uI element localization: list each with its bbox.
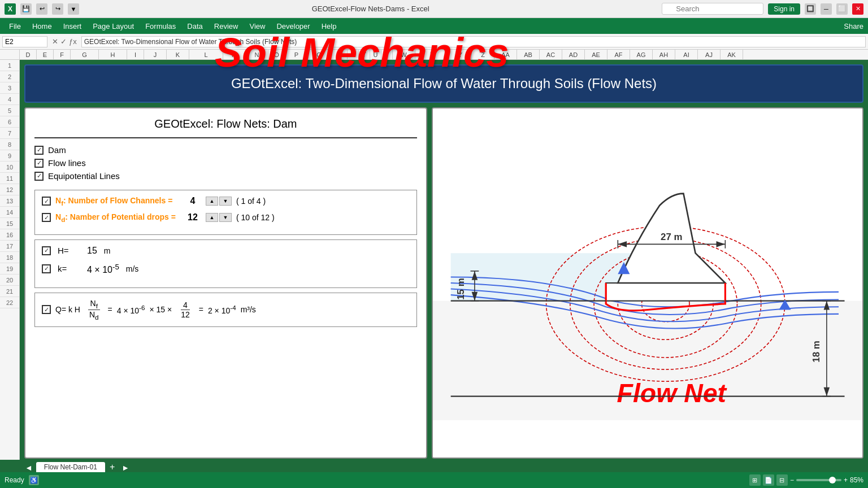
row-9: 9 [0, 150, 19, 162]
nf-up-button[interactable]: ▲ [206, 197, 218, 206]
col-f[interactable]: F [54, 50, 71, 59]
accessibility-icon[interactable]: ♿ [29, 475, 39, 485]
col-x[interactable]: X [415, 50, 449, 59]
checkbox-nd[interactable] [42, 213, 51, 222]
col-d[interactable]: D [20, 50, 37, 59]
col-ab[interactable]: AB [517, 50, 540, 59]
nd-up-button[interactable]: ▲ [206, 213, 218, 222]
col-o[interactable]: O [268, 50, 285, 59]
nd-down-button[interactable]: ▼ [219, 213, 232, 222]
checkbox-nf[interactable] [42, 197, 51, 206]
menu-formulas[interactable]: Formulas [141, 21, 180, 32]
insert-function-icon[interactable]: ƒx [69, 37, 77, 46]
menu-insert[interactable]: Insert [59, 21, 86, 32]
cell-reference[interactable]: E2 [2, 36, 47, 47]
menu-review[interactable]: Review [210, 21, 243, 32]
col-h[interactable]: H [99, 50, 127, 59]
checkbox-flow-lines[interactable] [34, 159, 44, 168]
col-l[interactable]: L [189, 50, 223, 59]
col-j[interactable]: J [144, 50, 167, 59]
normal-view-button[interactable]: ⊞ [749, 474, 761, 486]
checkbox-equipotential[interactable] [34, 172, 44, 181]
menu-developer[interactable]: Developer [272, 21, 314, 32]
menu-file[interactable]: File [5, 21, 25, 32]
col-q[interactable]: Q [308, 50, 331, 59]
tab-scroll-right[interactable]: ► [119, 463, 132, 472]
nf-controls: ▲ ▼ [206, 197, 232, 206]
col-ai[interactable]: AI [675, 50, 698, 59]
val-frac-den: 12 [179, 310, 192, 319]
col-aa[interactable]: AA [494, 50, 517, 59]
col-w[interactable]: W [393, 50, 415, 59]
col-k[interactable]: K [167, 50, 189, 59]
col-ad[interactable]: AD [562, 50, 585, 59]
formula-section: Q= k H Nf Nd = 4 × 10-6 × 15 × 4 12 = [34, 293, 417, 327]
k-row: k= 4 × 10-5 m/s [42, 263, 410, 275]
col-ak[interactable]: AK [721, 50, 743, 59]
page-break-view-button[interactable]: ⊟ [776, 474, 788, 486]
restore-icon[interactable]: ⬜ [836, 3, 848, 15]
row-15: 15 [0, 218, 19, 229]
col-m[interactable]: M [223, 50, 246, 59]
col-ae[interactable]: AE [585, 50, 607, 59]
customize-icon[interactable]: ▼ [68, 3, 79, 15]
menu-help[interactable]: Help [317, 21, 341, 32]
confirm-formula-icon[interactable]: ✓ [60, 37, 67, 46]
col-t[interactable]: T [359, 50, 370, 59]
ribbon-toggle-icon[interactable]: 🔲 [805, 3, 816, 15]
cancel-formula-icon[interactable]: ✕ [52, 37, 58, 46]
col-ag[interactable]: AG [630, 50, 653, 59]
col-y[interactable]: Y [449, 50, 472, 59]
zoom-level[interactable]: 85% [850, 476, 863, 484]
close-icon[interactable]: ✕ [852, 3, 863, 15]
col-aj[interactable]: AJ [698, 50, 721, 59]
col-u[interactable]: U [370, 50, 381, 59]
undo-icon[interactable]: ↩ [36, 3, 47, 15]
menu-home[interactable]: Home [28, 21, 57, 32]
row-7: 7 [0, 128, 19, 139]
nf-down-button[interactable]: ▼ [219, 197, 232, 206]
minimize-icon[interactable]: ─ [821, 3, 832, 15]
col-n[interactable]: N [246, 50, 268, 59]
zoom-thumb [829, 477, 836, 483]
checkbox-h[interactable] [42, 246, 51, 255]
val-frac-num: 4 [181, 300, 190, 310]
header-banner: GEOtExcel: Two-Dimensional Flow of Water… [24, 64, 863, 103]
tab-add-button[interactable]: + [106, 462, 118, 472]
search-input[interactable] [662, 3, 763, 15]
redo-icon[interactable]: ↪ [52, 3, 63, 15]
q-equals-2: = [199, 305, 203, 314]
col-p[interactable]: P [285, 50, 308, 59]
col-e[interactable]: E [37, 50, 54, 59]
nd-range: ( 10 of 12 ) [236, 213, 275, 222]
share-button[interactable]: Share [844, 22, 863, 30]
save-icon[interactable]: 💾 [20, 3, 32, 15]
tab-scroll-left[interactable]: ◄ [23, 463, 35, 472]
col-af[interactable]: AF [607, 50, 630, 59]
col-ac[interactable]: AC [540, 50, 562, 59]
row-5: 5 [0, 105, 19, 116]
sign-in-button[interactable]: Sign in [768, 3, 800, 15]
col-s[interactable]: S [348, 50, 359, 59]
checkbox-dam[interactable] [34, 146, 44, 155]
minus-zoom-icon[interactable]: − [790, 476, 794, 484]
menu-view[interactable]: View [245, 21, 270, 32]
param-section: Nf: Number of Flow Channels = 4 ▲ ▼ ( 1 … [34, 190, 417, 235]
checkbox-q[interactable] [42, 305, 51, 314]
menu-page-layout[interactable]: Page Layout [88, 21, 138, 32]
value-fraction: 4 12 [179, 300, 192, 319]
checkbox-k[interactable] [42, 264, 51, 273]
plus-zoom-icon[interactable]: + [844, 476, 848, 484]
col-i[interactable]: I [127, 50, 144, 59]
col-z[interactable]: Z [472, 50, 494, 59]
tab-flow-net-dam[interactable]: Flow Net-Dam-01 [36, 462, 105, 472]
col-r[interactable]: R [331, 50, 348, 59]
col-v[interactable]: V [381, 50, 393, 59]
row-13: 13 [0, 195, 19, 207]
formula-content[interactable]: GEOtExcel: Two-Dimensional Flow of Water… [81, 36, 866, 47]
col-g[interactable]: G [71, 50, 99, 59]
menu-data[interactable]: Data [183, 21, 207, 32]
page-layout-view-button[interactable]: 📄 [763, 474, 774, 486]
zoom-slider[interactable] [796, 479, 841, 481]
col-ah[interactable]: AH [653, 50, 675, 59]
